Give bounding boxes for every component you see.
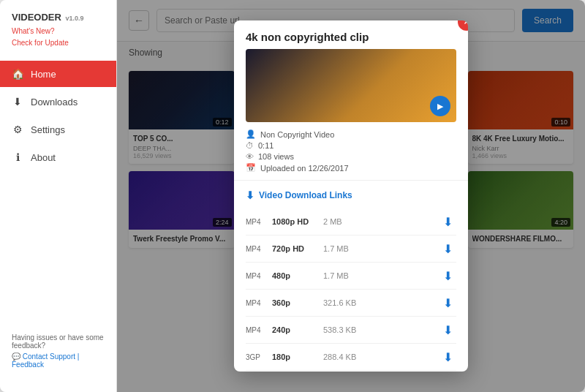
sidebar: VIDEODER v1.0.9 What's New? Check for Up…: [0, 0, 117, 392]
modal-header: 4k non copyrighted clip ▶ 👤 Non Copyrigh…: [234, 20, 468, 181]
sidebar-item-downloads[interactable]: ⬇ Downloads: [0, 88, 116, 115]
home-icon: 🏠: [12, 68, 23, 80]
dl-size-3: 321.6 KB: [323, 298, 439, 307]
sidebar-item-settings[interactable]: ⚙ Settings: [0, 116, 116, 143]
meta-channel: 👤 Non Copyright Video: [246, 129, 456, 139]
modal-dialog: × 4k non copyrighted clip ▶ 👤 Non Copyri…: [234, 20, 468, 372]
dl-size-1: 1.7 MB: [323, 244, 439, 253]
channel-icon: 👤: [246, 129, 256, 139]
download-row-4: MP4 240p 538.3 KB ⬇: [246, 317, 456, 344]
sidebar-footer: Having issues or have some feedback? 💬 C…: [0, 322, 116, 380]
download-row-0: MP4 1080p HD 2 MB ⬇: [246, 208, 456, 235]
about-icon: ℹ: [12, 151, 23, 163]
meta-uploaded: 📅 Uploaded on 12/26/2017: [246, 163, 456, 173]
main-content: ← Search Showing 0:12 TOP 5 CO... DEEP T…: [117, 0, 585, 392]
download-row-5: 3GP 180p 288.4 KB ⬇: [246, 344, 456, 371]
sidebar-item-home-label: Home: [31, 69, 56, 80]
links-header: ⬇ Video Download Links: [246, 189, 456, 201]
dl-button-3[interactable]: ⬇: [439, 294, 456, 312]
meta-duration: ⏱ 0:11: [246, 141, 456, 150]
sidebar-item-home[interactable]: 🏠 Home: [0, 61, 116, 87]
download-row-3: MP4 360p 321.6 KB ⬇: [246, 290, 456, 317]
settings-icon: ⚙: [12, 124, 23, 135]
modal-title: 4k non copyrighted clip: [246, 31, 456, 43]
app-logo: VIDEODER v1.0.9: [0, 12, 116, 26]
dl-button-0[interactable]: ⬇: [439, 213, 456, 230]
download-row-6: 3GP 144p 107.1 KB ⬇: [246, 371, 456, 372]
sidebar-item-about[interactable]: ℹ About: [0, 144, 116, 170]
dl-quality-0: 1080p HD: [272, 217, 323, 226]
modal-meta: 👤 Non Copyright Video ⏱ 0:11 👁 108 views…: [246, 129, 456, 173]
play-button[interactable]: ▶: [430, 96, 450, 116]
clock-icon: ⏱: [246, 141, 254, 150]
dl-format-4: MP4: [246, 326, 272, 334]
dl-quality-4: 240p: [272, 325, 323, 334]
download-row-1: MP4 720p HD 1.7 MB ⬇: [246, 235, 456, 263]
dl-button-1[interactable]: ⬇: [439, 240, 456, 257]
modal-video-preview: ▶: [246, 49, 456, 122]
dl-quality-5: 180p: [272, 353, 323, 361]
dl-size-4: 538.3 KB: [323, 325, 439, 334]
sidebar-nav: 🏠 Home ⬇ Downloads ⚙ Settings ℹ About: [0, 61, 116, 170]
whats-new-link[interactable]: What's New?: [12, 26, 105, 37]
meta-views: 👁 108 views: [246, 152, 456, 161]
modal-links-section: ⬇ Video Download Links MP4 1080p HD 2 MB…: [234, 181, 468, 372]
dl-size-0: 2 MB: [323, 217, 439, 226]
dl-quality-1: 720p HD: [272, 244, 323, 253]
calendar-icon: 📅: [246, 163, 256, 173]
dl-format-2: MP4: [246, 272, 272, 280]
dl-size-5: 288.4 KB: [323, 353, 439, 361]
downloads-icon: ⬇: [12, 96, 23, 108]
eye-icon: 👁: [246, 152, 254, 161]
sidebar-item-about-label: About: [31, 152, 56, 163]
dl-format-3: MP4: [246, 299, 272, 307]
sidebar-item-downloads-label: Downloads: [31, 97, 78, 108]
footer-text: Having issues or have some feedback?: [12, 333, 104, 350]
download-icon: ⬇: [246, 189, 254, 201]
dl-quality-2: 480p: [272, 271, 323, 280]
dl-format-1: MP4: [246, 245, 272, 253]
dl-size-2: 1.7 MB: [323, 271, 439, 280]
dl-button-2[interactable]: ⬇: [439, 267, 456, 284]
check-update-link[interactable]: Check for Update: [12, 37, 105, 49]
dl-format-5: 3GP: [246, 353, 272, 361]
dl-format-0: MP4: [246, 218, 272, 226]
sidebar-item-settings-label: Settings: [31, 124, 65, 135]
dl-button-4[interactable]: ⬇: [439, 321, 456, 339]
dl-quality-3: 360p: [272, 298, 323, 307]
dl-button-5[interactable]: ⬇: [439, 348, 456, 366]
app-meta: What's New? Check for Update: [0, 26, 116, 61]
contact-support-link[interactable]: 💬 Contact Support | Feedback: [12, 353, 105, 369]
download-list: MP4 1080p HD 2 MB ⬇ MP4 720p HD 1.7 MB ⬇…: [246, 208, 456, 372]
modal-overlay[interactable]: × 4k non copyrighted clip ▶ 👤 Non Copyri…: [117, 0, 585, 392]
download-row-2: MP4 480p 1.7 MB ⬇: [246, 263, 456, 290]
